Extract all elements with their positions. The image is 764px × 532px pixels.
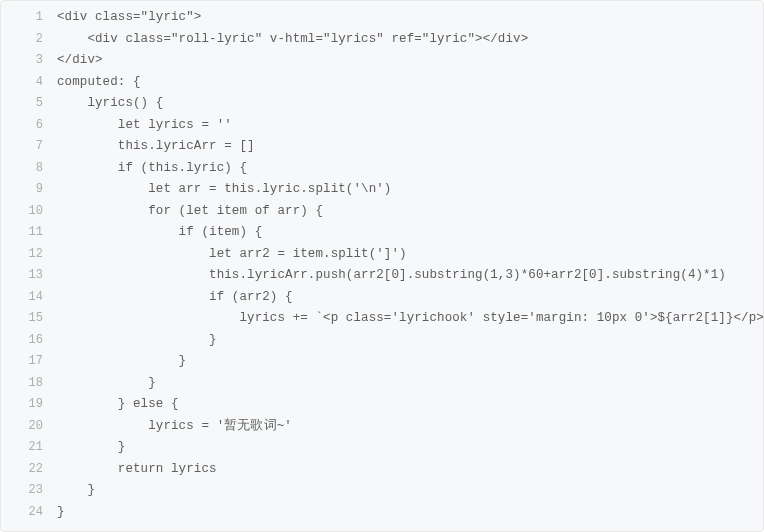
code-text: if (item) { [57, 222, 262, 244]
line-number: 24 [1, 502, 57, 524]
code-text: if (arr2) { [57, 287, 293, 309]
line-number: 1 [1, 7, 57, 29]
code-line: 21 } [1, 437, 763, 459]
line-number: 18 [1, 373, 57, 395]
code-text: <div class="lyric"> [57, 7, 201, 29]
code-text: } [57, 373, 156, 395]
code-line: 18 } [1, 373, 763, 395]
code-line: 11 if (item) { [1, 222, 763, 244]
code-line: 16 } [1, 330, 763, 352]
line-number: 17 [1, 351, 57, 373]
line-number: 13 [1, 265, 57, 287]
code-line: 12 let arr2 = item.split(']') [1, 244, 763, 266]
code-line: 7 this.lyricArr = [] [1, 136, 763, 158]
line-number: 2 [1, 29, 57, 51]
code-line: 2 <div class="roll-lyric" v-html="lyrics… [1, 29, 763, 51]
code-line: 20 lyrics = '暂无歌词~' [1, 416, 763, 438]
line-number: 19 [1, 394, 57, 416]
code-text: this.lyricArr = [] [57, 136, 255, 158]
line-number: 3 [1, 50, 57, 72]
code-text: let lyrics = '' [57, 115, 232, 137]
line-number: 8 [1, 158, 57, 180]
line-number: 9 [1, 179, 57, 201]
code-text: if (this.lyric) { [57, 158, 247, 180]
code-line: 13 this.lyricArr.push(arr2[0].substring(… [1, 265, 763, 287]
line-number: 15 [1, 308, 57, 330]
code-text: } [57, 330, 217, 352]
code-line: 8 if (this.lyric) { [1, 158, 763, 180]
code-line: 3</div> [1, 50, 763, 72]
line-number: 12 [1, 244, 57, 266]
code-line: 10 for (let item of arr) { [1, 201, 763, 223]
code-text: } else { [57, 394, 179, 416]
code-text: let arr2 = item.split(']') [57, 244, 407, 266]
line-number: 5 [1, 93, 57, 115]
code-text: lyrics += `<p class='lyrichook' style='m… [57, 308, 764, 330]
code-text: return lyrics [57, 459, 217, 481]
code-text: } [57, 351, 186, 373]
code-line: 22 return lyrics [1, 459, 763, 481]
code-text: <div class="roll-lyric" v-html="lyrics" … [57, 29, 528, 51]
code-text: } [57, 437, 125, 459]
line-number: 14 [1, 287, 57, 309]
code-line: 17 } [1, 351, 763, 373]
code-line: 14 if (arr2) { [1, 287, 763, 309]
code-text: this.lyricArr.push(arr2[0].substring(1,3… [57, 265, 726, 287]
line-number: 11 [1, 222, 57, 244]
line-number: 6 [1, 115, 57, 137]
line-number: 23 [1, 480, 57, 502]
code-line: 9 let arr = this.lyric.split('\n') [1, 179, 763, 201]
code-text: for (let item of arr) { [57, 201, 323, 223]
line-number: 20 [1, 416, 57, 438]
code-text: lyrics = '暂无歌词~' [57, 416, 292, 438]
code-line: 23 } [1, 480, 763, 502]
line-number: 7 [1, 136, 57, 158]
line-number: 16 [1, 330, 57, 352]
code-block: 1<div class="lyric">2 <div class="roll-l… [0, 0, 764, 532]
code-line: 5 lyrics() { [1, 93, 763, 115]
line-number: 22 [1, 459, 57, 481]
line-number: 10 [1, 201, 57, 223]
code-line: 4computed: { [1, 72, 763, 94]
line-number: 4 [1, 72, 57, 94]
code-line: 15 lyrics += `<p class='lyrichook' style… [1, 308, 763, 330]
code-line: 24} [1, 502, 763, 524]
code-text: } [57, 502, 65, 524]
line-number: 21 [1, 437, 57, 459]
code-text: </div> [57, 50, 103, 72]
code-line: 6 let lyrics = '' [1, 115, 763, 137]
code-text: let arr = this.lyric.split('\n') [57, 179, 391, 201]
code-line: 19 } else { [1, 394, 763, 416]
code-text: } [57, 480, 95, 502]
code-text: computed: { [57, 72, 141, 94]
code-line: 1<div class="lyric"> [1, 7, 763, 29]
code-text: lyrics() { [57, 93, 163, 115]
